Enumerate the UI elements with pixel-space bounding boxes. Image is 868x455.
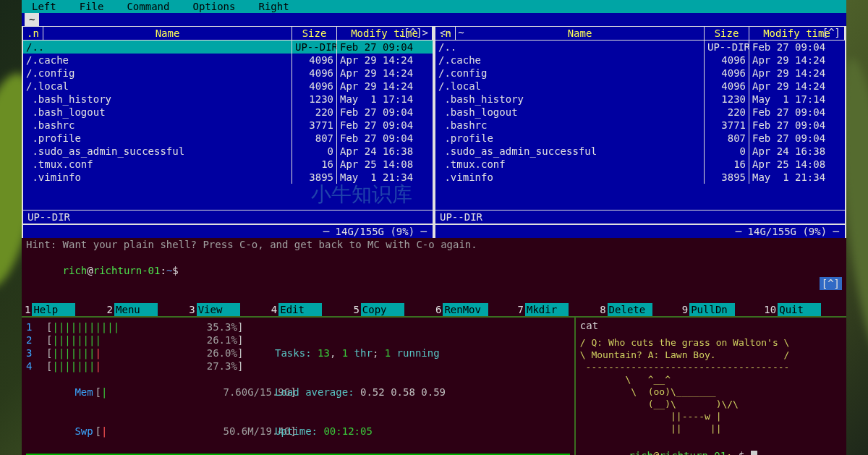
mc-fnkey-menu[interactable]: 2Menu	[106, 303, 187, 316]
mc-row[interactable]: .bash_logout220Feb 27 09:04	[23, 106, 433, 119]
mc-row[interactable]: .tmux.conf16Apr 25 14:08	[435, 158, 845, 171]
mc-fnkey-view[interactable]: 3View	[187, 303, 268, 316]
mc-column-header[interactable]: .n	[23, 26, 43, 41]
mc-row[interactable]: /.config4096Apr 29 14:24	[435, 67, 845, 80]
mc-fnkey-edit[interactable]: 4Edit	[270, 303, 351, 316]
mc-row[interactable]: /.local4096Apr 29 14:24	[23, 80, 433, 93]
mc-fnkey-mkdir[interactable]: 7Mkdir	[516, 303, 597, 316]
mc-row[interactable]: .profile807Feb 27 09:04	[23, 132, 433, 145]
mc-file-list[interactable]: /..UP--DIRFeb 27 09:04/.cache4096Apr 29 …	[435, 41, 845, 184]
mc-diskusage-right: ─ 14G/155G (9%) ─	[435, 224, 845, 238]
mc-columns: .nNameSizeModify time	[435, 26, 845, 41]
path-label: <- ~	[440, 26, 464, 39]
mc-panel-left[interactable]: .[^]> .nNameSizeModify time /..UP--DIRFe…	[22, 26, 434, 238]
mc-hint: Hint: Want your plain shell? Press C-o, …	[22, 238, 846, 251]
mc-column-header[interactable]: Name	[456, 26, 705, 41]
mc-menu-command[interactable]: Command	[119, 0, 185, 13]
mc-file-list[interactable]: /..UP--DIRFeb 27 09:04/.cache4096Apr 29 …	[23, 41, 433, 184]
mc-row[interactable]: .tmux.conf16Apr 25 14:08	[23, 158, 433, 171]
shell-prompt[interactable]: rich@richturn-01:~$	[580, 436, 842, 455]
mc-row[interactable]: /..UP--DIRFeb 27 09:04	[23, 41, 433, 54]
mc-row[interactable]: .profile807Feb 27 09:04	[435, 132, 845, 145]
caret-icon[interactable]: [^]	[820, 277, 842, 290]
mc-fnkey-help[interactable]: 1Help	[23, 303, 104, 316]
mc-pane: LeftFileCommandOptionsRight ~ .[^]> .nNa…	[22, 0, 846, 316]
mc-fnkey-delete[interactable]: 8Delete	[598, 303, 679, 316]
collapse-icon[interactable]: [^]	[822, 26, 841, 39]
mc-menu-file[interactable]: File	[72, 0, 120, 13]
mc-menu-right[interactable]: Right	[251, 0, 305, 13]
mc-row[interactable]: .viminfo3895May 1 21:34	[435, 171, 845, 184]
mc-columns: .nNameSizeModify time	[23, 26, 433, 41]
mc-status-right: UP--DIR	[435, 210, 845, 224]
mc-row[interactable]: .bashrc3771Feb 27 09:04	[23, 119, 433, 132]
mc-fnkey-copy[interactable]: 5Copy	[352, 303, 433, 316]
mc-tab[interactable]: ~	[25, 13, 39, 26]
mc-row[interactable]: .sudo_as_admin_successful0Apr 24 16:38	[435, 145, 845, 158]
mc-diskusage-left: ─ 14G/155G (9%) ─	[23, 224, 433, 238]
htop-pane[interactable]: 1[||||||||||| 35.3%]2[|||||||| 26.1%]3[|…	[22, 318, 574, 455]
cowsay-command: cat	[580, 319, 842, 332]
mc-tabbar: ~	[22, 13, 846, 26]
htop-summary: Tasks: 13, 1 thr; 1 running Load average…	[275, 320, 446, 455]
mc-menu-options[interactable]: Options	[185, 0, 251, 13]
mc-column-header[interactable]: Size	[705, 26, 749, 41]
mc-row[interactable]: .viminfo3895May 1 21:34	[23, 171, 433, 184]
mc-row[interactable]: /.config4096Apr 29 14:24	[23, 67, 433, 80]
mc-row[interactable]: .bash_history1230May 1 17:14	[23, 93, 433, 106]
mc-row[interactable]: .sudo_as_admin_successful0Apr 24 16:38	[23, 145, 433, 158]
mc-fnkeys[interactable]: 1Help2Menu3View4Edit5Copy6RenMov7Mkdir8D…	[22, 303, 846, 316]
mc-fnkey-renmov[interactable]: 6RenMov	[434, 303, 515, 316]
mc-row[interactable]: /.cache4096Apr 29 14:24	[435, 54, 845, 67]
mc-menubar[interactable]: LeftFileCommandOptionsRight	[22, 0, 846, 13]
mc-fnkey-pulldn[interactable]: 9PullDn	[681, 303, 762, 316]
terminal-window: LeftFileCommandOptionsRight ~ .[^]> .nNa…	[22, 0, 846, 455]
cowsay-pane[interactable]: cat / Q: Who cuts the grass on Walton's …	[574, 318, 846, 455]
mc-panel-right[interactable]: <- ~ [^] .nNameSizeModify time /..UP--DI…	[434, 26, 846, 238]
mc-row[interactable]: .bash_history1230May 1 17:14	[435, 93, 845, 106]
mc-row[interactable]: .bash_logout220Feb 27 09:04	[435, 106, 845, 119]
mc-column-header[interactable]: Name	[43, 26, 292, 41]
mc-row[interactable]: /..UP--DIRFeb 27 09:04	[435, 41, 845, 54]
mc-status-left: UP--DIR	[23, 210, 433, 224]
cowsay-output: / Q: Who cuts the grass on Walton's \ \ …	[580, 336, 842, 435]
mc-column-header[interactable]: Size	[292, 26, 337, 41]
mc-row[interactable]: /.cache4096Apr 29 14:24	[23, 54, 433, 67]
mc-fnkey-quit[interactable]: 10Quit	[762, 303, 843, 316]
mc-row[interactable]: .bashrc3771Feb 27 09:04	[435, 119, 845, 132]
mc-menu-left[interactable]: Left	[25, 0, 72, 13]
mc-prompt[interactable]: rich@richturn-01:~$ [^]	[22, 251, 846, 303]
collapse-icon[interactable]: .[^]>	[398, 26, 428, 39]
mc-row[interactable]: /.local4096Apr 29 14:24	[435, 80, 845, 93]
cursor-icon	[751, 451, 757, 455]
